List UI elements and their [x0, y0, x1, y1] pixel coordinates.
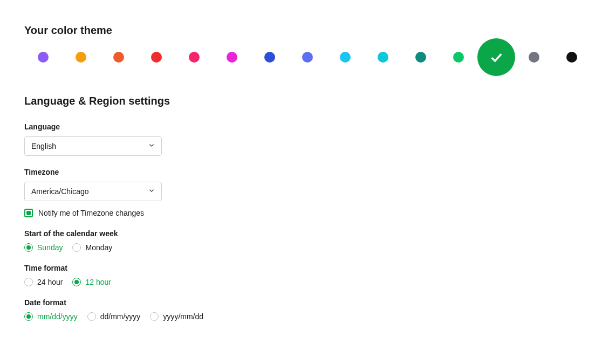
time-format-radio[interactable] — [72, 278, 81, 286]
time-format-options: 24 hour12 hour — [24, 278, 592, 286]
language-field: Language English — [24, 122, 592, 156]
color-swatch-magenta[interactable] — [227, 52, 237, 63]
start-of-week-label: Start of the calendar week — [24, 229, 592, 238]
color-swatch-blue[interactable] — [264, 52, 275, 63]
start-of-week-radio-label: Sunday — [37, 243, 63, 252]
start-of-week-field: Start of the calendar week SundayMonday — [24, 229, 592, 252]
color-swatch-black[interactable] — [566, 52, 577, 63]
time-format-radio[interactable] — [24, 278, 33, 286]
color-swatch-indigo[interactable] — [302, 52, 313, 63]
language-value: English — [31, 142, 56, 150]
time-format-label: Time format — [24, 264, 592, 272]
date-format-radio-label: yyyy/mm/dd — [163, 312, 203, 321]
timezone-notify-checkbox-row[interactable]: Notify me of Timezone changes — [24, 209, 592, 217]
date-format-options: mm/dd/yyyydd/mm/yyyyyyyy/mm/dd — [24, 312, 592, 321]
language-select[interactable]: English — [24, 136, 162, 156]
color-swatch-red[interactable] — [151, 52, 162, 63]
timezone-field: Timezone America/Chicago Notify me of Ti… — [24, 168, 592, 217]
start-of-week-radio[interactable] — [72, 243, 81, 252]
time-format-option[interactable]: 12 hour — [72, 278, 111, 286]
timezone-notify-checkbox[interactable] — [24, 209, 33, 217]
language-label: Language — [24, 122, 592, 131]
date-format-radio[interactable] — [24, 312, 33, 321]
time-format-field: Time format 24 hour12 hour — [24, 264, 592, 286]
timezone-label: Timezone — [24, 168, 592, 176]
date-format-option[interactable]: dd/mm/yyyy — [87, 312, 141, 321]
timezone-select[interactable]: America/Chicago — [24, 182, 162, 201]
color-swatch-cyan[interactable] — [378, 52, 388, 63]
color-swatch-purple[interactable] — [38, 52, 49, 63]
date-format-radio[interactable] — [87, 312, 96, 321]
start-of-week-radio-label: Monday — [85, 243, 112, 252]
color-swatch-orange-red[interactable] — [113, 52, 124, 63]
color-swatch-orange[interactable] — [76, 52, 86, 63]
date-format-option[interactable]: mm/dd/yyyy — [24, 312, 78, 321]
timezone-value: America/Chicago — [31, 187, 89, 196]
date-format-radio-label: mm/dd/yyyy — [37, 312, 78, 321]
color-theme-title: Your color theme — [24, 24, 592, 37]
start-of-week-options: SundayMonday — [24, 243, 592, 252]
date-format-radio[interactable] — [150, 312, 159, 321]
color-swatch-pink[interactable] — [189, 52, 200, 63]
check-icon — [489, 50, 504, 65]
color-swatch-emerald[interactable] — [453, 52, 464, 63]
color-swatch-row — [24, 52, 592, 63]
date-format-label: Date format — [24, 298, 592, 307]
timezone-notify-label: Notify me of Timezone changes — [38, 209, 144, 217]
date-format-field: Date format mm/dd/yyyydd/mm/yyyyyyyy/mm/… — [24, 298, 592, 321]
color-swatch-green[interactable] — [477, 38, 515, 76]
date-format-radio-label: dd/mm/yyyy — [100, 312, 141, 321]
color-swatch-teal[interactable] — [415, 52, 426, 63]
time-format-radio-label: 12 hour — [85, 278, 111, 286]
start-of-week-radio[interactable] — [24, 243, 33, 252]
start-of-week-option[interactable]: Sunday — [24, 243, 63, 252]
color-swatch-sky[interactable] — [340, 52, 351, 63]
date-format-option[interactable]: yyyy/mm/dd — [150, 312, 203, 321]
color-swatch-gray[interactable] — [529, 52, 539, 63]
language-region-title: Language & Region settings — [24, 95, 592, 107]
time-format-option[interactable]: 24 hour — [24, 278, 63, 286]
start-of-week-option[interactable]: Monday — [72, 243, 112, 252]
time-format-radio-label: 24 hour — [37, 278, 63, 286]
